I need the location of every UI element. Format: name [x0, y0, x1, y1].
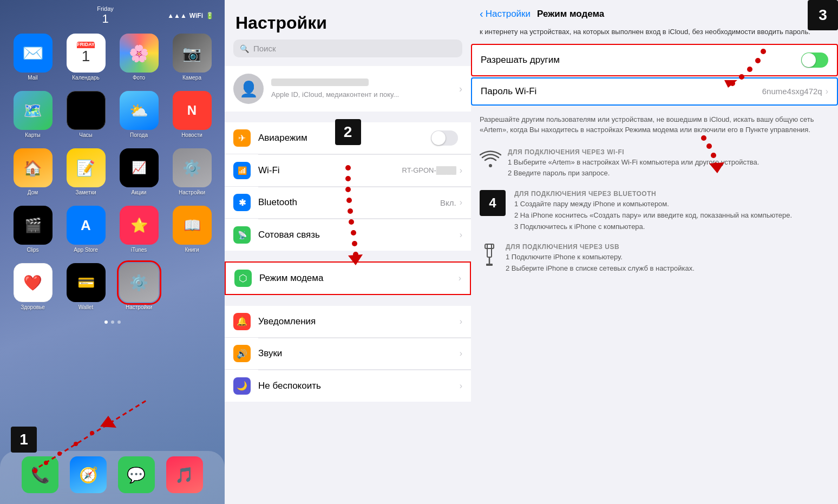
stocks-icon: 📈 — [132, 161, 146, 175]
dock-messages[interactable]: 💬 — [118, 456, 155, 493]
calendar-date: 1 — [77, 48, 95, 65]
wifi-label: Wi-Fi — [258, 165, 402, 176]
app-clock[interactable]: ⏱ Часы — [64, 91, 108, 139]
settings-row-wifi[interactable]: 📶 Wi-Fi RT-GPON-████ › — [225, 155, 471, 187]
airplane-toggle[interactable] — [431, 130, 458, 146]
dot-1 — [104, 320, 108, 324]
profile-row[interactable]: 👤 Apple ID, iCloud, медиаконтент и поку.… — [225, 66, 471, 112]
clips-icon: 🎬 — [24, 217, 42, 234]
dock-safari[interactable]: 🧭 — [70, 456, 107, 493]
date-display: Friday 1 — [97, 5, 114, 26]
bt-conn-step1: 1 Создайте пару между iPhone и компьютер… — [514, 199, 792, 210]
health-icon: ❤️ — [23, 274, 42, 292]
cellular-chevron: › — [460, 230, 462, 240]
app-weather[interactable]: ⛅ Погода — [117, 91, 161, 139]
cellular-row-icon: 📡 — [233, 226, 251, 244]
cellular-label: Сотовая связь — [258, 230, 460, 240]
app-notes[interactable]: 📝 Заметки — [64, 148, 108, 196]
avatar-icon: 👤 — [239, 80, 258, 98]
bluetooth-label: Bluetooth — [258, 197, 440, 208]
app-mail[interactable]: ✉️ Mail — [11, 34, 55, 81]
bt-connection-section: 4 ДЛЯ ПОДКЛЮЧЕНИЯ ЧЕРЕЗ BLUETOOTH 1 Созд… — [471, 186, 838, 239]
app-calendar[interactable]: FRIDAY 1 Календарь — [64, 34, 108, 81]
app-clips[interactable]: 🎬 Clips — [11, 206, 55, 253]
phone-icon: 📞 — [31, 466, 50, 484]
allow-others-row[interactable]: Разрешать другим — [471, 44, 838, 76]
app-health[interactable]: ❤️ Здоровье — [11, 263, 55, 311]
dock-music[interactable]: 🎵 — [166, 456, 203, 493]
app-stocks[interactable]: 📈 Акции — [117, 148, 161, 196]
allow-others-toggle[interactable] — [801, 53, 828, 68]
step-badge-3: 3 — [808, 0, 838, 30]
notif-row-icon: 🔔 — [233, 313, 251, 330]
wifi-password-row[interactable]: Пароль Wi-Fi 6nume4sxg472q › — [471, 77, 838, 106]
app-photos[interactable]: 🌸 Фото — [117, 34, 161, 81]
bt-conn-step3: 3 Подключитесь к iPhone с компьютера. — [514, 221, 792, 233]
app-wallet-label: Wallet — [67, 304, 106, 311]
notifications-chevron: › — [460, 317, 462, 326]
wifi-conn-icon — [480, 148, 501, 168]
wifi-pass-value: 6nume4sxg472q — [762, 87, 822, 96]
usb-conn-step1: 1 Подключите iPhone к компьютеру. — [506, 252, 695, 263]
bluetooth-chevron: › — [460, 198, 462, 207]
settings-icon-r3: ⚙️ — [182, 159, 201, 177]
app-camera-label: Камера — [173, 75, 212, 81]
settings-row-hotspot[interactable]: ⬡ Режим модема › — [225, 261, 471, 295]
bluetooth-icon: ✱ — [239, 198, 246, 208]
profile-name-blur — [271, 78, 369, 86]
news-icon: N — [187, 103, 197, 118]
hotspot-screen: 3 ‹ Настройки Режим модема к интернету н… — [471, 0, 838, 504]
app-camera[interactable]: 📷 Камера — [171, 34, 214, 81]
status-bar: Friday 1 ▲▲▲ WiFi 🔋 — [0, 0, 225, 28]
app-settings-row3[interactable]: ⚙️ Настройки — [171, 148, 214, 196]
status-indicators: ▲▲▲ WiFi 🔋 — [167, 12, 214, 19]
app-home-label: Дом — [14, 189, 53, 196]
app-settings-highlighted[interactable]: ⚙️ Настройки — [117, 263, 161, 311]
svg-rect-19 — [487, 244, 492, 257]
settings-row-cellular[interactable]: 📡 Сотовая связь › — [225, 219, 471, 251]
settings-main-icon: ⚙️ — [129, 274, 148, 292]
iphone-screen: Friday 1 ▲▲▲ WiFi 🔋 ✉️ Mail FRIDAY 1 Кал… — [0, 0, 225, 504]
wifi-pass-chevron: › — [826, 87, 828, 96]
usb-conn-text-area: ДЛЯ ПОДКЛЮЧЕНИЯ ЧЕРЕЗ USB 1 Подключите i… — [506, 243, 695, 274]
back-button[interactable]: ‹ Настройки — [480, 8, 531, 20]
dot-3 — [117, 320, 121, 324]
wallet-icon: 💳 — [77, 274, 95, 291]
camera-icon: 📷 — [182, 44, 201, 62]
dock-phone[interactable]: 📞 — [22, 456, 58, 493]
app-itunes[interactable]: ⭐ iTunes — [117, 206, 161, 253]
app-news[interactable]: N Новости — [171, 91, 214, 139]
settings-row-dnd[interactable]: 🌙 Не беспокоить › — [225, 370, 471, 402]
notes-icon: 📝 — [76, 159, 95, 177]
bt-conn-icon-area: 4 — [480, 190, 508, 216]
bt-conn-title: ДЛЯ ПОДКЛЮЧЕНИЯ ЧЕРЕЗ BLUETOOTH — [514, 190, 792, 198]
search-bar[interactable]: 🔍 Поиск — [233, 40, 462, 57]
svg-rect-20 — [485, 244, 494, 248]
app-wallet[interactable]: 💳 Wallet — [64, 263, 108, 311]
wifi-conn-step1: 1 Выберите «Artem» в настройках Wi-Fi ко… — [508, 157, 759, 168]
settings-row-sounds[interactable]: 🔊 Звуки › — [225, 338, 471, 370]
mail-icon: ✉️ — [22, 43, 44, 63]
settings-row-notifications[interactable]: 🔔 Уведомления › — [225, 306, 471, 338]
settings-row-bluetooth[interactable]: ✱ Bluetooth Вкл. › — [225, 187, 471, 219]
settings-screen: Настройки 🔍 Поиск 👤 Apple ID, iCloud, ме… — [225, 0, 471, 504]
maps-icon: 🗺️ — [23, 102, 42, 120]
svg-rect-22 — [486, 264, 493, 266]
app-home[interactable]: 🏠 Дом — [11, 148, 55, 196]
clock-icon: ⏱ — [78, 102, 94, 120]
page-indicator — [0, 316, 225, 328]
profile-subtitle: Apple ID, iCloud, медиаконтент и поку... — [271, 90, 399, 99]
app-books[interactable]: 📖 Книги — [171, 206, 214, 253]
hotspot-nav: ‹ Настройки Режим модема — [471, 0, 838, 24]
bluetooth-value: Вкл. — [440, 198, 456, 207]
section-sep-1 — [225, 295, 471, 306]
app-appstore[interactable]: A App Store — [64, 206, 108, 253]
wifi-conn-icon-area — [480, 148, 501, 170]
app-maps[interactable]: 🗺️ Карты — [11, 91, 55, 139]
itunes-icon: ⭐ — [130, 217, 148, 234]
hotspot-intro: к интернету на устройствах, на которых в… — [471, 24, 838, 44]
svg-marker-7 — [100, 416, 116, 428]
app-weather-label: Погода — [120, 132, 159, 139]
dnd-icon: 🌙 — [237, 381, 247, 391]
airplane-icon: ✈ — [238, 133, 246, 144]
